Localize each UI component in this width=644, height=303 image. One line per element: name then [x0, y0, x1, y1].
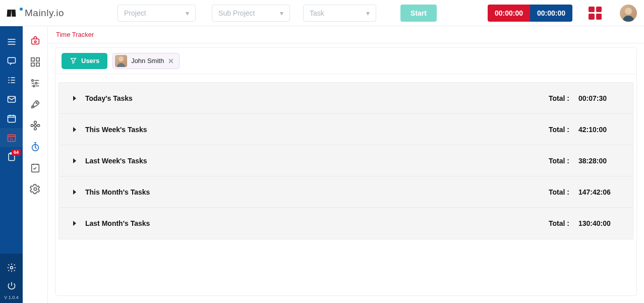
svg-point-17	[36, 102, 37, 104]
total-label: Total :	[549, 188, 569, 196]
expand-caret-icon	[73, 158, 76, 163]
clipboard-icon[interactable]: 64	[0, 147, 23, 166]
secondary-sidebar	[23, 26, 48, 303]
toolbox-icon[interactable]	[23, 30, 48, 51]
chat-icon[interactable]	[0, 51, 23, 71]
task-group-row[interactable]: This Week's TasksTotal :42:10:00	[59, 114, 633, 145]
total-value: 42:10:00	[578, 126, 619, 134]
svg-rect-12	[31, 63, 34, 66]
svg-point-9	[34, 41, 36, 43]
gear-icon[interactable]	[23, 178, 48, 200]
timer-blue: 00:00:00	[530, 5, 572, 22]
chip-name: John Smith	[131, 57, 164, 65]
checklist-icon[interactable]	[23, 157, 48, 178]
expand-caret-icon	[73, 221, 76, 226]
svg-text:31: 31	[9, 137, 13, 141]
total-value: 147:42:06	[578, 188, 619, 196]
user-chip[interactable]: John Smith ✕	[112, 53, 180, 69]
group-title: This Month's Tasks	[85, 188, 549, 196]
svg-point-20	[34, 128, 36, 130]
task-group-row[interactable]: Today's TasksTotal :00:07:30	[59, 83, 633, 114]
svg-rect-11	[36, 58, 39, 61]
sliders-icon[interactable]	[23, 73, 48, 94]
expand-caret-icon	[73, 190, 76, 195]
power-icon[interactable]	[0, 277, 23, 295]
brand-logo[interactable]: Mainly.io	[7, 8, 64, 19]
mail-icon[interactable]	[0, 90, 23, 109]
apps-grid-icon[interactable]	[589, 7, 602, 20]
rocket-icon[interactable]	[23, 94, 48, 115]
chevron-down-icon: ▾	[366, 9, 370, 17]
expand-caret-icon	[73, 127, 76, 132]
total-value: 00:07:30	[578, 94, 619, 102]
primary-sidebar: 31 64 V 1.0.4	[0, 26, 23, 303]
svg-point-16	[33, 85, 35, 87]
group-title: This Week's Tasks	[85, 126, 549, 134]
page-title: Time Tracker	[48, 26, 644, 43]
menu-icon[interactable]	[0, 32, 23, 51]
calendar-31-icon[interactable]: 31	[0, 128, 23, 147]
total-label: Total :	[549, 219, 569, 227]
chevron-down-icon: ▾	[186, 9, 189, 17]
group-title: Last Week's Tasks	[85, 157, 549, 165]
chip-remove-icon[interactable]: ✕	[168, 57, 174, 65]
task-groups-accordion: Today's TasksTotal :00:07:30This Week's …	[58, 82, 633, 239]
main-content: Time Tracker Users John Smith ✕ Today's …	[48, 26, 644, 303]
tasks-icon[interactable]	[0, 71, 23, 90]
svg-rect-0	[8, 57, 15, 63]
flower-icon[interactable]	[23, 115, 48, 136]
group-title: Last Month's Tasks	[85, 219, 549, 227]
filter-bar: Users John Smith ✕	[55, 48, 636, 74]
chip-avatar	[115, 55, 127, 67]
svg-point-18	[34, 125, 36, 127]
dashboard-icon[interactable]	[23, 51, 48, 73]
timer-red: 00:00:00	[488, 5, 530, 22]
task-group-row[interactable]: This Month's TasksTotal :147:42:06	[59, 176, 633, 208]
svg-rect-13	[36, 63, 39, 66]
svg-rect-8	[31, 39, 39, 44]
total-label: Total :	[549, 94, 569, 102]
total-value: 130:40:00	[578, 219, 619, 227]
task-group-row[interactable]: Last Month's TasksTotal :130:40:00	[59, 208, 633, 239]
svg-point-19	[34, 121, 36, 124]
group-title: Today's Tasks	[85, 94, 549, 102]
topbar: Mainly.io Project ▾ Sub Project ▾ Task ▾…	[0, 0, 644, 26]
svg-point-15	[35, 82, 37, 84]
chevron-down-icon: ▾	[280, 9, 283, 17]
expand-caret-icon	[73, 96, 76, 101]
total-value: 38:28:00	[578, 157, 619, 165]
stopwatch-icon[interactable]	[23, 136, 48, 157]
calendar-icon[interactable]	[0, 109, 23, 128]
svg-rect-10	[31, 58, 34, 61]
svg-rect-2	[8, 115, 15, 122]
task-select[interactable]: Task ▾	[303, 5, 376, 22]
svg-point-7	[10, 267, 13, 269]
svg-point-21	[31, 125, 33, 127]
filter-icon	[70, 57, 77, 65]
svg-point-25	[34, 188, 37, 191]
user-avatar[interactable]	[620, 5, 637, 22]
start-button[interactable]: Start	[400, 5, 437, 22]
badge-count: 64	[12, 149, 21, 156]
project-select[interactable]: Project ▾	[118, 5, 196, 22]
tracker-panel: Users John Smith ✕ Today's TasksTotal :0…	[55, 47, 637, 296]
total-label: Total :	[549, 157, 569, 165]
svg-point-22	[37, 125, 40, 127]
total-label: Total :	[549, 126, 569, 134]
brand-text: Mainly.io	[25, 8, 64, 19]
task-group-row[interactable]: Last Week's TasksTotal :38:28:00	[59, 145, 633, 176]
svg-point-14	[31, 80, 33, 82]
users-filter-button[interactable]: Users	[62, 53, 107, 69]
timer-display: 00:00:00 00:00:00	[488, 5, 572, 22]
version-label: V 1.0.4	[4, 295, 19, 300]
subproject-select[interactable]: Sub Project ▾	[212, 5, 290, 22]
settings-icon[interactable]	[0, 259, 23, 277]
